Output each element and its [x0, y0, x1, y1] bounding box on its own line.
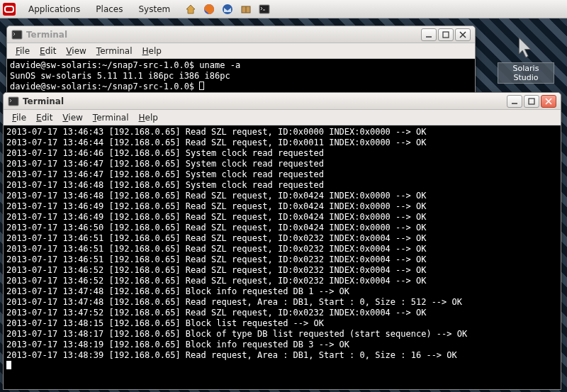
terminal-output[interactable]: 2013-07-17 13:46:43 [192.168.0.65] Read … [4, 125, 561, 389]
menu-view[interactable]: View [58, 111, 86, 124]
menu-system[interactable]: System [131, 2, 177, 16]
minimize-button[interactable] [507, 95, 522, 108]
desktop-icon-solaris-studio[interactable]: Solaris Studio [498, 35, 554, 84]
terminal-window-2: Terminal File Edit View Terminal Help 20… [3, 92, 561, 390]
menu-edit[interactable]: Edit [35, 45, 60, 57]
minimize-button[interactable] [421, 28, 437, 41]
firefox-icon[interactable] [201, 2, 217, 16]
menu-applications[interactable]: Applications [21, 2, 87, 16]
menu-help[interactable]: Help [138, 45, 166, 57]
terminal-menubar: File Edit View Terminal Help [4, 110, 561, 125]
svg-rect-5 [12, 30, 22, 39]
desktop-icon-label: Solaris Studio [498, 62, 554, 84]
launcher-icons [183, 2, 272, 16]
terminal-menubar: File Edit View Terminal Help [7, 43, 475, 59]
menu-file[interactable]: File [8, 111, 30, 124]
menu-edit[interactable]: Edit [32, 111, 57, 124]
svg-rect-8 [9, 97, 18, 106]
home-icon[interactable] [183, 2, 198, 16]
window-title: Terminal [23, 96, 64, 106]
menu-terminal[interactable]: Terminal [92, 45, 137, 57]
maximize-button[interactable] [438, 28, 454, 41]
package-manager-icon[interactable] [238, 2, 254, 16]
system-taskbar: Applications Places System [0, 0, 567, 18]
menu-terminal[interactable]: Terminal [89, 111, 133, 124]
svg-rect-10 [529, 99, 534, 104]
svg-rect-7 [443, 32, 449, 38]
svg-rect-4 [259, 5, 269, 13]
close-button[interactable] [541, 95, 556, 108]
menu-view[interactable]: View [62, 45, 90, 57]
maximize-button[interactable] [524, 95, 539, 108]
oracle-logo-icon[interactable] [3, 3, 16, 16]
cursor-arrow-icon [509, 35, 543, 61]
window-title: Terminal [26, 30, 67, 40]
menu-file[interactable]: File [11, 45, 34, 57]
titlebar[interactable]: Terminal [4, 93, 561, 110]
close-button[interactable] [455, 28, 471, 41]
thunderbird-icon[interactable] [220, 2, 235, 16]
terminal-icon [8, 96, 19, 107]
menu-help[interactable]: Help [135, 111, 162, 124]
terminal-launcher-icon[interactable] [257, 2, 272, 16]
terminal-icon [11, 29, 23, 40]
titlebar[interactable]: Terminal [7, 26, 475, 43]
menu-places[interactable]: Places [89, 2, 130, 16]
